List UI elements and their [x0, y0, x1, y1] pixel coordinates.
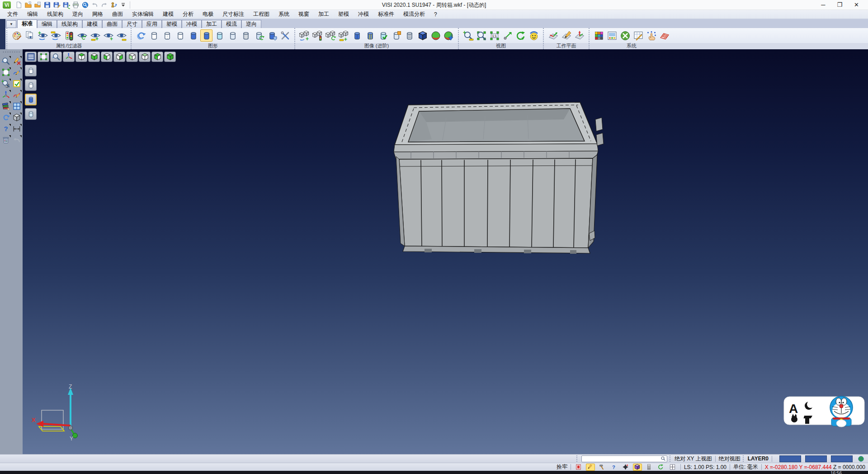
cylinder-validate-icon[interactable]	[377, 29, 389, 42]
cylinder-regen-icon[interactable]	[253, 29, 265, 42]
cylinder-dashed-icon[interactable]	[174, 29, 186, 42]
zoom-scale-1to1-icon[interactable]: 1:1	[488, 29, 500, 42]
cylinder-wireframe-icon[interactable]	[148, 29, 160, 42]
window-panes-icon[interactable]	[12, 101, 22, 111]
layer-list-icon[interactable]	[645, 464, 654, 471]
view-right-icon[interactable]	[113, 52, 125, 62]
menu-逆向[interactable]: 逆向	[68, 9, 88, 19]
frame-select-icon[interactable]	[1, 67, 11, 77]
viewport-3d[interactable]: Z X Y A	[23, 49, 868, 454]
draft-pencil-icon[interactable]	[586, 464, 595, 471]
print-preview-icon[interactable]	[81, 0, 90, 9]
tab-加工[interactable]: 加工	[202, 20, 222, 28]
new-document-icon[interactable]	[14, 0, 23, 9]
model-turnover-box[interactable]	[393, 100, 606, 284]
save-all-icon[interactable]	[62, 0, 71, 9]
solids-plusminus-icon[interactable]: +	[338, 29, 350, 42]
eye-plusminus-icon[interactable]: +	[89, 29, 101, 42]
trash-icon[interactable]	[1, 135, 11, 145]
viewport-menu-icon[interactable]	[25, 52, 37, 62]
view-reference-label[interactable]: 绝对 XY 上视图	[675, 455, 712, 463]
zoom-fly-icon[interactable]	[1, 56, 11, 66]
solids-refresh-icon[interactable]	[325, 29, 337, 42]
zoom-solid-icon[interactable]: +	[1, 78, 11, 89]
workplane-edit-icon[interactable]	[560, 29, 572, 42]
cylinder-transparent-icon[interactable]	[213, 29, 226, 42]
curve-edit-icon[interactable]	[12, 90, 22, 100]
validate-icon[interactable]	[12, 78, 22, 89]
menu-线架构[interactable]: 线架构	[42, 9, 68, 19]
minimize-button[interactable]: ─	[821, 0, 825, 9]
menu-加工[interactable]: 加工	[314, 9, 334, 19]
close-button[interactable]: ✕	[854, 0, 859, 9]
tab-尺寸[interactable]: 尺寸	[122, 20, 142, 28]
tab-逆向[interactable]: 逆向	[241, 20, 261, 28]
redo-icon[interactable]	[100, 0, 108, 9]
refresh-blue-icon[interactable]	[1, 112, 11, 123]
tab-应用[interactable]: 应用	[142, 20, 162, 28]
erase-sketch-icon[interactable]	[12, 56, 22, 66]
render-wireframe-icon[interactable]	[25, 65, 37, 76]
solid-cube-icon[interactable]	[12, 112, 22, 123]
image-export-icon[interactable]	[606, 29, 618, 42]
qat-customize-icon[interactable]	[119, 0, 127, 9]
tab-overflow-button[interactable]: ▼	[6, 20, 16, 28]
cylinder-copy-view-icon[interactable]	[266, 29, 278, 42]
layer-color-swatch-3[interactable]	[831, 455, 853, 462]
menu-实体编辑[interactable]: 实体编辑	[127, 9, 158, 19]
sketch-curve-icon[interactable]	[12, 67, 22, 77]
view-left-icon[interactable]	[101, 52, 113, 62]
cylinder-hidden-icon[interactable]	[161, 29, 173, 42]
sphere-shading-icon[interactable]	[429, 29, 442, 42]
tab-标准[interactable]: 标准	[17, 19, 37, 28]
open-file-icon[interactable]	[24, 0, 33, 9]
rotate-view-icon[interactable]	[514, 29, 527, 42]
menu-系统[interactable]: 系统	[274, 9, 294, 19]
tab-曲面[interactable]: 曲面	[102, 20, 122, 28]
help-icon[interactable]: ?	[1, 123, 11, 134]
solids-traffic-icon[interactable]	[311, 29, 324, 42]
redraw-icon[interactable]	[135, 29, 147, 42]
layer-books-icon[interactable]	[1, 101, 11, 111]
menu-工程图[interactable]: 工程图	[249, 9, 274, 19]
zoom-fly-icon[interactable]	[50, 52, 62, 62]
menu-塑模[interactable]: 塑模	[334, 9, 354, 19]
print-icon[interactable]	[71, 0, 80, 9]
graphics-settings-icon[interactable]	[279, 29, 291, 42]
menu-模流分析[interactable]: 模流分析	[399, 9, 429, 19]
menu-冲模[interactable]: 冲模	[354, 9, 373, 19]
view-options-icon[interactable]	[528, 29, 540, 42]
tab-编辑[interactable]: 编辑	[37, 20, 57, 28]
eye-plus-lasso-icon[interactable]: +	[37, 29, 49, 42]
eye-minus-lasso-icon[interactable]	[50, 29, 62, 42]
menu-编辑[interactable]: 编辑	[23, 9, 42, 19]
ucs-cube-icon[interactable]	[633, 464, 642, 471]
workplane-create-icon[interactable]	[547, 29, 559, 42]
cylinder-solid-icon[interactable]	[351, 29, 363, 42]
view-front-icon[interactable]	[126, 52, 138, 62]
system-settings-icon[interactable]	[619, 29, 631, 42]
undo-flat-icon[interactable]	[12, 135, 22, 145]
command-search-box[interactable]	[581, 455, 667, 462]
menu-尺寸标注[interactable]: 尺寸标注	[218, 9, 249, 19]
toolbar-grip[interactable]	[2, 51, 20, 54]
cylinder-shaded-icon[interactable]	[187, 29, 199, 42]
menu-曲面[interactable]: 曲面	[108, 9, 127, 19]
undo-icon[interactable]	[90, 0, 99, 9]
sphere-extract-icon[interactable]	[443, 29, 455, 42]
pan-arrow-icon[interactable]	[501, 29, 514, 42]
maximize-button[interactable]: ❐	[837, 0, 842, 9]
cylinder-net-icon[interactable]	[403, 29, 415, 42]
shaded-cube-icon[interactable]	[416, 29, 429, 42]
tools-hammer-icon[interactable]	[598, 464, 607, 471]
undo-history-icon[interactable]	[109, 0, 118, 9]
menu-?[interactable]: ?	[429, 10, 442, 19]
view-back-icon[interactable]	[139, 52, 151, 62]
cylinder-striped-icon[interactable]	[364, 29, 376, 42]
eye-refresh-icon[interactable]	[76, 29, 88, 42]
point-select-icon[interactable]	[645, 29, 657, 42]
menu-电极[interactable]: 电极	[198, 9, 218, 19]
traffic-filter-icon[interactable]	[63, 29, 75, 42]
zoom-window-icon[interactable]	[38, 52, 49, 62]
app-logo[interactable]: Vi	[3, 1, 11, 9]
